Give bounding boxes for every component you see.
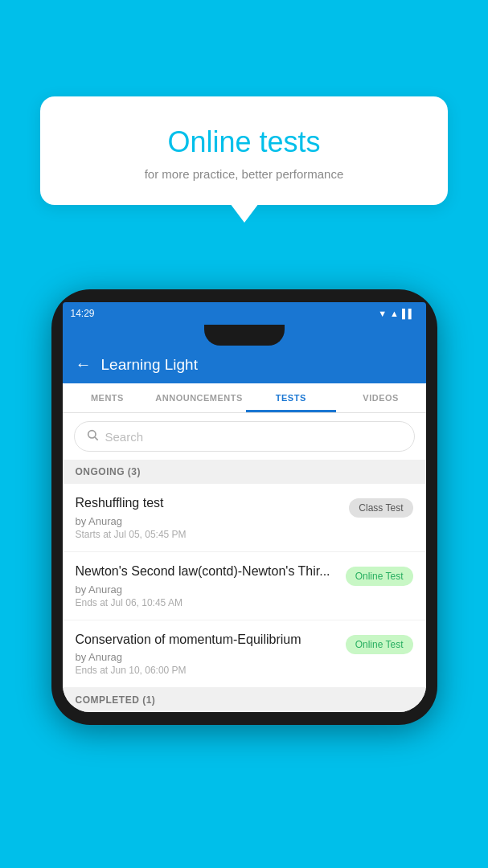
speech-bubble: Online tests for more practice, better p… (40, 96, 448, 205)
completed-section-header: COMPLETED (1) (63, 688, 426, 712)
app-bar-title: Learning Light (101, 356, 198, 374)
notch (204, 325, 285, 346)
test-date-2: Ends at Jul 06, 10:45 AM (76, 597, 338, 608)
tab-tests[interactable]: TESTS (246, 383, 336, 412)
speech-bubble-section: Online tests for more practice, better p… (40, 96, 448, 205)
svg-point-0 (88, 431, 95, 438)
test-by-1: by Anurag (76, 515, 342, 527)
search-icon (86, 428, 99, 444)
search-container: Search (63, 413, 426, 460)
phone-outer: 14:29 ▼ ▲ ▌▌ ← Learning Light MENTS (51, 289, 437, 725)
phone-mockup: 14:29 ▼ ▲ ▌▌ ← Learning Light MENTS (51, 289, 437, 725)
test-badge-3: Online Test (346, 635, 413, 654)
test-by-3: by Anurag (76, 651, 338, 663)
ongoing-section-header: ONGOING (3) (63, 460, 426, 484)
search-box[interactable]: Search (74, 421, 415, 452)
test-badge-2: Online Test (346, 567, 413, 586)
bubble-title: Online tests (64, 125, 424, 159)
tabs-bar: MENTS ANNOUNCEMENTS TESTS VIDEOS (63, 383, 426, 413)
test-date-3: Ends at Jun 10, 06:00 PM (76, 665, 338, 676)
test-info-1: Reshuffling test by Anurag Starts at Jul… (76, 495, 342, 540)
tab-videos[interactable]: VIDEOS (336, 383, 426, 412)
test-info-3: Conservation of momentum-Equilibrium by … (76, 632, 338, 677)
test-info-2: Newton's Second law(contd)-Newton's Thir… (76, 563, 338, 608)
test-item-2[interactable]: Newton's Second law(contd)-Newton's Thir… (63, 552, 426, 620)
svg-line-1 (95, 437, 98, 440)
back-button[interactable]: ← (76, 355, 92, 374)
test-item-3[interactable]: Conservation of momentum-Equilibrium by … (63, 620, 426, 689)
status-bar: 14:29 ▼ ▲ ▌▌ (63, 302, 426, 325)
test-date-1: Starts at Jul 05, 05:45 PM (76, 529, 342, 540)
test-badge-1: Class Test (349, 498, 412, 518)
test-item-1[interactable]: Reshuffling test by Anurag Starts at Jul… (63, 484, 426, 552)
test-name-2: Newton's Second law(contd)-Newton's Thir… (76, 563, 338, 580)
tab-ments[interactable]: MENTS (63, 383, 153, 412)
tab-announcements[interactable]: ANNOUNCEMENTS (152, 383, 246, 412)
signal-icon: ▲ (390, 309, 399, 318)
test-by-2: by Anurag (76, 583, 338, 596)
status-icons: ▼ ▲ ▌▌ (378, 309, 414, 318)
wifi-icon: ▼ (378, 309, 387, 318)
notch-area (63, 325, 426, 346)
battery-icon: ▌▌ (402, 309, 415, 318)
app-bar: ← Learning Light (63, 346, 426, 383)
test-name-3: Conservation of momentum-Equilibrium (76, 632, 338, 649)
status-time: 14:29 (71, 308, 95, 319)
search-placeholder: Search (105, 430, 144, 444)
phone-screen: ← Learning Light MENTS ANNOUNCEMENTS TES… (63, 325, 426, 712)
test-name-1: Reshuffling test (76, 495, 342, 512)
bubble-subtitle: for more practice, better performance (64, 167, 424, 181)
